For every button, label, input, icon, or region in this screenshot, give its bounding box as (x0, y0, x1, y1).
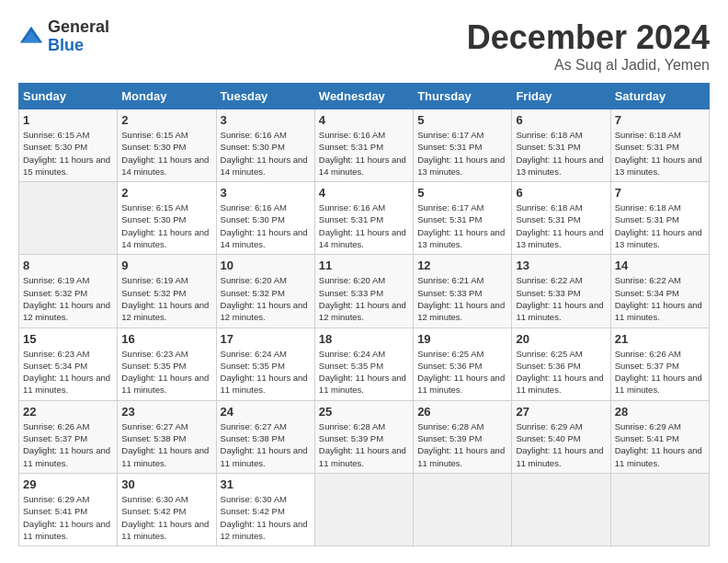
col-monday: Monday (118, 84, 216, 109)
col-wednesday: Wednesday (314, 84, 413, 109)
title-section: December 2024 As Suq al Jadid, Yemen (467, 18, 710, 74)
calendar-cell-2-4: 12 Sunrise: 6:21 AMSunset: 5:33 PMDaylig… (414, 255, 512, 327)
calendar-cell-4-6: 28 Sunrise: 6:29 AMSunset: 5:41 PMDaylig… (610, 400, 709, 473)
calendar-cell-2-1: 9 Sunrise: 6:19 AMSunset: 5:32 PMDayligh… (118, 255, 216, 327)
calendar-cell-4-1: 23 Sunrise: 6:27 AMSunset: 5:38 PMDaylig… (118, 400, 216, 473)
calendar-cell-5-1: 30 Sunrise: 6:30 AMSunset: 5:42 PMDaylig… (118, 473, 216, 546)
calendar-cell-4-4: 26 Sunrise: 6:28 AMSunset: 5:39 PMDaylig… (414, 400, 512, 473)
calendar-cell-5-6 (610, 473, 709, 546)
logo-icon (18, 24, 44, 50)
calendar-week-5: 29 Sunrise: 6:29 AMSunset: 5:41 PMDaylig… (19, 473, 710, 546)
logo: General Blue (18, 18, 109, 55)
logo-text: General Blue (48, 18, 109, 55)
calendar-cell-4-3: 25 Sunrise: 6:28 AMSunset: 5:39 PMDaylig… (314, 400, 413, 473)
calendar-cell-1-4: 5 Sunrise: 6:17 AMSunset: 5:31 PMDayligh… (414, 182, 512, 255)
calendar-cell-5-0: 29 Sunrise: 6:29 AMSunset: 5:41 PMDaylig… (19, 473, 118, 546)
calendar-cell-5-3 (314, 473, 413, 546)
calendar-cell-0-0: 1 Sunrise: 6:15 AMSunset: 5:30 PMDayligh… (19, 109, 118, 182)
calendar-cell-4-0: 22 Sunrise: 6:26 AMSunset: 5:37 PMDaylig… (19, 400, 118, 473)
calendar-cell-5-2: 31 Sunrise: 6:30 AMSunset: 5:42 PMDaylig… (216, 473, 314, 546)
col-saturday: Saturday (610, 84, 709, 109)
col-tuesday: Tuesday (216, 84, 314, 109)
calendar-cell-2-0: 8 Sunrise: 6:19 AMSunset: 5:32 PMDayligh… (19, 255, 118, 327)
calendar-cell-2-3: 11 Sunrise: 6:20 AMSunset: 5:33 PMDaylig… (314, 255, 413, 327)
page-header: General Blue December 2024 As Suq al Jad… (18, 18, 710, 74)
calendar-cell-0-4: 5 Sunrise: 6:17 AMSunset: 5:31 PMDayligh… (414, 109, 512, 182)
calendar-cell-3-5: 20 Sunrise: 6:25 AMSunset: 5:36 PMDaylig… (512, 327, 610, 400)
calendar-cell-4-5: 27 Sunrise: 6:29 AMSunset: 5:40 PMDaylig… (512, 400, 610, 473)
calendar-cell-1-2: 3 Sunrise: 6:16 AMSunset: 5:30 PMDayligh… (216, 182, 314, 255)
calendar-cell-5-5 (512, 473, 610, 546)
calendar-cell-1-3: 4 Sunrise: 6:16 AMSunset: 5:31 PMDayligh… (314, 182, 413, 255)
calendar-cell-1-5: 6 Sunrise: 6:18 AMSunset: 5:31 PMDayligh… (512, 182, 610, 255)
calendar-cell-3-1: 16 Sunrise: 6:23 AMSunset: 5:35 PMDaylig… (118, 327, 216, 400)
calendar-week-0: 1 Sunrise: 6:15 AMSunset: 5:30 PMDayligh… (19, 109, 710, 182)
calendar-table: Sunday Monday Tuesday Wednesday Thursday… (18, 83, 710, 546)
calendar-week-3: 15 Sunrise: 6:23 AMSunset: 5:34 PMDaylig… (19, 327, 710, 400)
calendar-week-4: 22 Sunrise: 6:26 AMSunset: 5:37 PMDaylig… (19, 400, 710, 473)
month-title: December 2024 (467, 18, 710, 57)
calendar-cell-5-4 (414, 473, 512, 546)
calendar-cell-1-0 (19, 182, 118, 255)
calendar-cell-3-0: 15 Sunrise: 6:23 AMSunset: 5:34 PMDaylig… (19, 327, 118, 400)
col-sunday: Sunday (19, 84, 118, 109)
calendar-cell-3-3: 18 Sunrise: 6:24 AMSunset: 5:35 PMDaylig… (314, 327, 413, 400)
logo-general: General (48, 18, 109, 37)
calendar-cell-0-1: 2 Sunrise: 6:15 AMSunset: 5:30 PMDayligh… (118, 109, 216, 182)
location: As Suq al Jadid, Yemen (467, 57, 710, 74)
calendar-cell-4-2: 24 Sunrise: 6:27 AMSunset: 5:38 PMDaylig… (216, 400, 314, 473)
calendar-cell-1-6: 7 Sunrise: 6:18 AMSunset: 5:31 PMDayligh… (610, 182, 709, 255)
calendar-week-2: 8 Sunrise: 6:19 AMSunset: 5:32 PMDayligh… (19, 255, 710, 327)
calendar-cell-2-2: 10 Sunrise: 6:20 AMSunset: 5:32 PMDaylig… (216, 255, 314, 327)
calendar-cell-1-1: 2 Sunrise: 6:15 AMSunset: 5:30 PMDayligh… (118, 182, 216, 255)
calendar-cell-2-5: 13 Sunrise: 6:22 AMSunset: 5:33 PMDaylig… (512, 255, 610, 327)
calendar-cell-0-2: 3 Sunrise: 6:16 AMSunset: 5:30 PMDayligh… (216, 109, 314, 182)
col-friday: Friday (512, 84, 610, 109)
calendar-cell-3-6: 21 Sunrise: 6:26 AMSunset: 5:37 PMDaylig… (610, 327, 709, 400)
calendar-cell-0-6: 7 Sunrise: 6:18 AMSunset: 5:31 PMDayligh… (610, 109, 709, 182)
calendar-cell-0-5: 6 Sunrise: 6:18 AMSunset: 5:31 PMDayligh… (512, 109, 610, 182)
calendar-cell-3-2: 17 Sunrise: 6:24 AMSunset: 5:35 PMDaylig… (216, 327, 314, 400)
calendar-week-1: 2 Sunrise: 6:15 AMSunset: 5:30 PMDayligh… (19, 182, 710, 255)
calendar-header-row: Sunday Monday Tuesday Wednesday Thursday… (19, 84, 710, 109)
calendar-cell-0-3: 4 Sunrise: 6:16 AMSunset: 5:31 PMDayligh… (314, 109, 413, 182)
col-thursday: Thursday (414, 84, 512, 109)
logo-blue: Blue (48, 37, 109, 55)
calendar-cell-2-6: 14 Sunrise: 6:22 AMSunset: 5:34 PMDaylig… (610, 255, 709, 327)
calendar-cell-3-4: 19 Sunrise: 6:25 AMSunset: 5:36 PMDaylig… (414, 327, 512, 400)
